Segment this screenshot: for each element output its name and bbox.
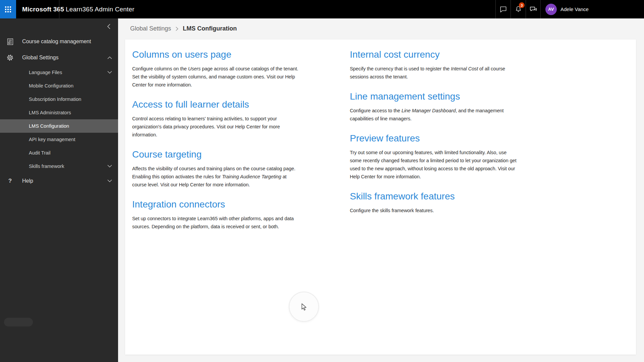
section-description: Configure the skills framework features.	[350, 206, 518, 215]
section-description: Try out some of our upcoming features, w…	[350, 148, 518, 181]
section-description: Control access relating to learners' tra…	[132, 115, 301, 139]
chevron-down-icon	[107, 180, 112, 183]
breadcrumb-current: LMS Configuration	[183, 25, 237, 32]
user-name: Adele Vance	[560, 6, 589, 12]
section-description: Affects the visibility of courses and tr…	[132, 165, 301, 189]
breadcrumb: Global Settings LMS Configuration	[130, 25, 237, 32]
app-launcher-icon	[5, 6, 11, 12]
cursor-click-indicator	[289, 292, 319, 322]
topbar-right: 3 AV Adele Vance	[495, 0, 589, 18]
sidebar-item-subscription-information[interactable]: Subscription Information	[0, 93, 118, 106]
notification-badge: 3	[519, 2, 525, 8]
chevron-right-icon	[175, 26, 178, 31]
sidebar-item-label: Language Files	[29, 70, 62, 75]
sidebar-item-language-files[interactable]: Language Files	[0, 66, 118, 79]
chat-icon	[499, 5, 507, 13]
sidebar-item-label: Course catalog management	[22, 39, 91, 45]
section-title-skills-framework-features[interactable]: Skills framework features	[350, 190, 518, 203]
brand-title: Microsoft 365	[22, 0, 64, 18]
topbar: Microsoft 365 Learn365 Admin Center 3 AV…	[0, 0, 644, 18]
sidebar-item-skills-framework[interactable]: Skills framework	[0, 160, 118, 173]
sidebar-item-label: Global Settings	[22, 55, 59, 61]
settings-column-right: Internal cost currency Specify the curre…	[350, 48, 518, 240]
sidebar-item-label: API key management	[29, 137, 75, 142]
section-description: Configure columns on the Users page acro…	[132, 65, 301, 89]
gear-icon	[6, 54, 14, 61]
settings-card: Columns on users page Configure columns …	[125, 40, 636, 355]
sidebar-item-label: Help	[22, 178, 33, 184]
sidebar-item-audit-trail[interactable]: Audit Trail	[0, 146, 118, 160]
section-title-course-targeting[interactable]: Course targeting	[132, 148, 301, 161]
sidebar-item-lms-administrators[interactable]: LMS Administrators	[0, 106, 118, 119]
section-description: Specify the currency that is used to reg…	[350, 65, 518, 81]
account-button[interactable]: AV Adele Vance	[545, 0, 589, 18]
sidebar-item-label: Audit Trail	[29, 150, 50, 156]
chat-button[interactable]	[495, 0, 511, 18]
catalog-icon	[6, 38, 14, 45]
sidebar-item-course-catalog-management[interactable]: Course catalog management	[0, 34, 118, 50]
sidebar-item-label: Subscription Information	[29, 97, 81, 102]
sidebar-item-help[interactable]: ? Help	[0, 173, 118, 189]
section-description: Configure access to the Line Manager Das…	[350, 107, 518, 123]
sidebar-collapse-button[interactable]	[105, 22, 113, 31]
sidebar-item-label: LMS Administrators	[29, 110, 71, 115]
app-launcher-button[interactable]	[0, 0, 16, 18]
section-title-access-to-full-learner-details[interactable]: Access to full learner details	[132, 98, 301, 111]
feedback-button[interactable]	[526, 0, 541, 18]
chevron-up-icon	[107, 56, 112, 59]
sidebar-item-global-settings[interactable]: Global Settings	[0, 50, 118, 66]
sidebar-item-label: LMS Configuration	[29, 123, 69, 129]
sidebar: Course catalog management Global Setting…	[0, 18, 118, 362]
section-title-integration-connectors[interactable]: Integration connectors	[132, 198, 301, 211]
sidebar-item-label: Skills framework	[29, 164, 64, 169]
sidebar-item-mobile-configuration[interactable]: Mobile Configuration	[0, 79, 118, 93]
app-title: Learn365 Admin Center	[66, 0, 135, 18]
section-title-line-management-settings[interactable]: Line management settings	[350, 90, 518, 103]
breadcrumb-parent-link[interactable]: Global Settings	[130, 25, 171, 32]
topbar-divider	[59, 0, 59, 18]
section-description: Set up connectors to integrate Learn365 …	[132, 215, 301, 231]
sidebar-item-label: Mobile Configuration	[29, 83, 73, 88]
help-icon: ?	[6, 178, 14, 184]
chevron-down-icon	[107, 71, 112, 74]
chevron-down-icon	[107, 165, 112, 168]
ghost-pill	[4, 318, 33, 326]
sidebar-item-api-key-management[interactable]: API key management	[0, 133, 118, 146]
section-title-columns-on-users-page[interactable]: Columns on users page	[132, 48, 301, 61]
settings-column-left: Columns on users page Configure columns …	[132, 48, 301, 240]
feedback-icon	[529, 5, 537, 13]
sidebar-item-lms-configuration[interactable]: LMS Configuration	[0, 119, 118, 133]
avatar[interactable]: AV	[545, 4, 557, 15]
main-content: Global Settings LMS Configuration Column…	[118, 18, 644, 362]
chevron-left-icon	[107, 24, 110, 29]
section-title-preview-features[interactable]: Preview features	[350, 132, 518, 145]
notifications-button[interactable]: 3	[511, 0, 526, 18]
cursor-arrow-icon	[301, 303, 307, 311]
sidebar-nav: Course catalog management Global Setting…	[0, 34, 118, 189]
section-title-internal-cost-currency[interactable]: Internal cost currency	[350, 48, 518, 61]
